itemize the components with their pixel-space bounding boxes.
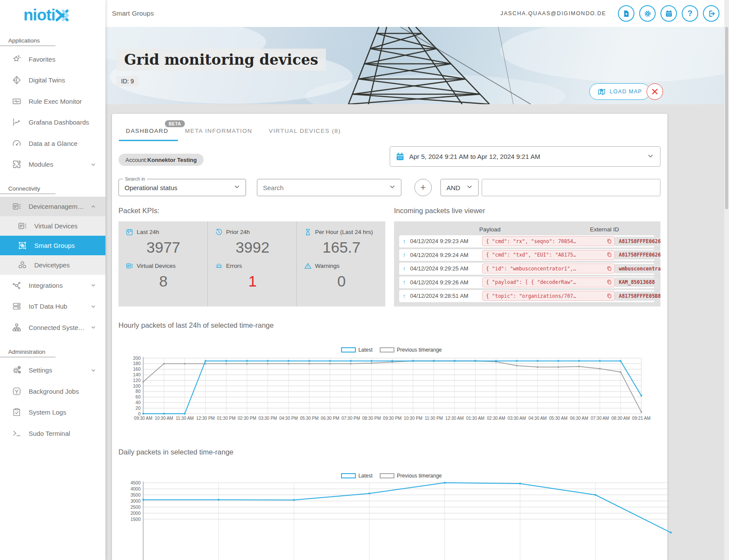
sidebar-item-devicetypes[interactable]: Devicetypes (0, 255, 105, 275)
payload-chip[interactable]: { "topic": "organizations/707… (482, 291, 615, 301)
modules-icon (12, 159, 22, 169)
tab-label: META INFORMATION (185, 128, 252, 134)
sidebar-item-label: Sudo Terminal (29, 430, 70, 437)
rule-exec-icon (12, 96, 22, 106)
tab-meta-information[interactable]: META INFORMATION (178, 122, 262, 141)
group-title: Grid monitoring devices (116, 49, 326, 71)
sidebar-item-iot-data-hub[interactable]: IoT Data Hub (0, 296, 105, 317)
logout-button[interactable] (703, 5, 719, 22)
packet-row: ↑04/12/2024 9:29:26 AM{ "payload": [ { "… (399, 277, 654, 289)
sidebar-item-label: Data at a Glance (29, 140, 78, 147)
packet-row: ↑04/12/2024 9:29:25 AM{ "id": "wmbusconc… (399, 263, 654, 275)
payload-text: { "payload": [ { "decoderRaw"… (486, 279, 604, 285)
sidebar-item-label: Digital Twins (29, 76, 65, 84)
calendar-button[interactable] (660, 5, 677, 22)
legend-item-latest[interactable]: Latest (341, 347, 373, 353)
svg-text:10:30 AM: 10:30 AM (155, 416, 173, 421)
sidebar-item-rule-exec-monitor[interactable]: Rule Exec Monitor (0, 91, 105, 112)
uplink-arrow-icon: ↑ (403, 265, 410, 272)
help-icon: ? (687, 9, 693, 18)
svg-text:11:30 AM: 11:30 AM (176, 416, 194, 421)
section-label-administration: Administration (0, 349, 56, 357)
sidebar-item-label: Devicetypes (34, 261, 70, 269)
svg-text:0: 0 (138, 411, 141, 416)
chevron-down-icon (646, 152, 655, 162)
sidebar-item-sudo-terminal[interactable]: Sudo Terminal (0, 423, 105, 444)
svg-text:20: 20 (135, 405, 141, 411)
and-operator-select[interactable]: AND (440, 179, 479, 196)
sidebar-item-grafana-dashboards[interactable]: Grafana Dashboards (0, 112, 105, 133)
sidebar-item-system-logs[interactable]: System Logs (0, 402, 105, 423)
date-range-picker[interactable]: Apr 5, 2024 9:21 AM to Apr 12, 2024 9:21… (390, 146, 660, 167)
payload-chip[interactable]: { "payload": [ { "decoderRaw"… (482, 277, 615, 287)
tab-virtual-devices-8[interactable]: VIRTUAL DEVICES (8) (262, 122, 351, 141)
packet-row: ↑04/12/2024 9:29:24 AM{ "cmd": "txd", "E… (399, 249, 654, 261)
external-id-chip[interactable]: KAM_85013688 (615, 277, 659, 287)
settings-gear-icon (644, 10, 652, 18)
sidebar-item-background-jobs[interactable]: Background Jobs (0, 381, 105, 402)
new-document-button[interactable] (618, 5, 634, 22)
uplink-arrow-icon: ↑ (403, 279, 410, 286)
sidebar-item-digital-twins[interactable]: Digital Twins (0, 70, 105, 91)
sidebar-item-connected-syste[interactable]: Connected Syste… (0, 317, 105, 338)
sidebar-item-label: Settings (29, 366, 52, 374)
sudo-terminal-icon (12, 428, 22, 438)
payload-chip[interactable]: { "cmd": "txd", "EUI": "A8175… (482, 250, 615, 260)
sidebar-item-label: Integrations (29, 282, 62, 289)
sidebar-item-smart-groups[interactable]: Smart Groups (0, 236, 105, 255)
add-filter-button[interactable]: + (414, 179, 432, 196)
load-map-button[interactable]: LOAD MAP (589, 83, 650, 100)
daily-chart-title: Daily packets in selected time-range (118, 448, 233, 456)
user-email[interactable]: JASCHA.QUAAS@DIGIMONDO.DE (500, 10, 606, 16)
external-id-chip[interactable]: A81758FFFE05B852 (615, 291, 660, 301)
search-in-select[interactable]: Search in Operational status (118, 179, 246, 196)
content-area: DASHBOARDBETAMETA INFORMATIONVIRTUAL DEV… (105, 104, 729, 560)
niotix-logo[interactable]: nioti (0, 0, 105, 27)
svg-text:2500: 2500 (131, 504, 141, 510)
sidebar-item-modules[interactable]: Modules (0, 154, 105, 175)
tab-dashboard[interactable]: DASHBOARDBETA (119, 122, 178, 141)
sidebar-item-virtual-devices[interactable]: Virtual Devices (0, 216, 105, 236)
copy-icon[interactable] (606, 252, 612, 258)
packet-timestamp: 04/12/2024 9:29:26 AM (410, 279, 482, 286)
load-map-label: LOAD MAP (610, 89, 642, 95)
scrollbar-thumb[interactable] (725, 27, 728, 209)
chevron-up-icon (90, 203, 97, 210)
payload-chip[interactable]: { "id": "wmbusconcentrator1",… (482, 264, 615, 273)
page-scrollbar[interactable] (724, 0, 729, 560)
sidebar-item-devicemanagem[interactable]: Devicemanagem… (0, 197, 105, 216)
sidebar-item-favorites[interactable]: Favorites (0, 49, 105, 70)
payload-chip[interactable]: { "cmd": "rx", "seqno": 70854… (482, 236, 615, 246)
sidebar-item-data-at-a-glance[interactable]: Data at a Glance (0, 133, 105, 154)
packet-row: ↑04/12/2024 9:28:51 AM{ "topic": "organi… (399, 290, 654, 302)
svg-text:03:30 AM: 03:30 AM (508, 416, 526, 421)
help-button[interactable]: ? (682, 5, 698, 22)
filter-value-input[interactable] (482, 179, 660, 196)
date-range-value: Apr 5, 2024 9:21 AM to Apr 12, 2024 9:21… (409, 153, 540, 160)
sidebar-item-label: System Logs (29, 408, 66, 416)
legend-item-previous-timerange[interactable]: Previous timerange (380, 347, 442, 353)
devicetypes-icon (17, 260, 27, 270)
sidebar-item-integrations[interactable]: Integrations (0, 275, 105, 296)
svg-text:02:30 PM: 02:30 PM (238, 416, 256, 421)
chevron-down-icon (465, 182, 474, 193)
svg-text:10:30 PM: 10:30 PM (404, 416, 422, 421)
search-select[interactable]: Search (257, 179, 401, 196)
packet-timestamp: 04/12/2024 9:29:24 AM (410, 252, 482, 258)
close-button[interactable] (647, 83, 663, 100)
settings-gear-button[interactable] (639, 5, 656, 22)
external-id-chip[interactable]: A81758FFFE062624 (615, 250, 660, 260)
kpi-column: Prior 24h3992Errors1 (207, 221, 296, 306)
calendar-icon (395, 152, 405, 161)
copy-icon[interactable] (606, 293, 612, 299)
legend-label: Latest (358, 347, 373, 353)
external-id-chip[interactable]: wmbusconcentrator1 (615, 264, 660, 273)
external-id-chip[interactable]: A81758FFFE062624 (615, 237, 660, 246)
sidebar-item-label: Favorites (29, 56, 56, 63)
copy-icon[interactable] (606, 238, 612, 244)
copy-icon[interactable] (606, 266, 612, 272)
copy-icon[interactable] (606, 279, 612, 285)
calendar-day-icon (125, 228, 134, 236)
sidebar-item-settings[interactable]: Settings (0, 360, 105, 381)
packet-timestamp: 04/12/2024 9:29:25 AM (410, 265, 482, 272)
